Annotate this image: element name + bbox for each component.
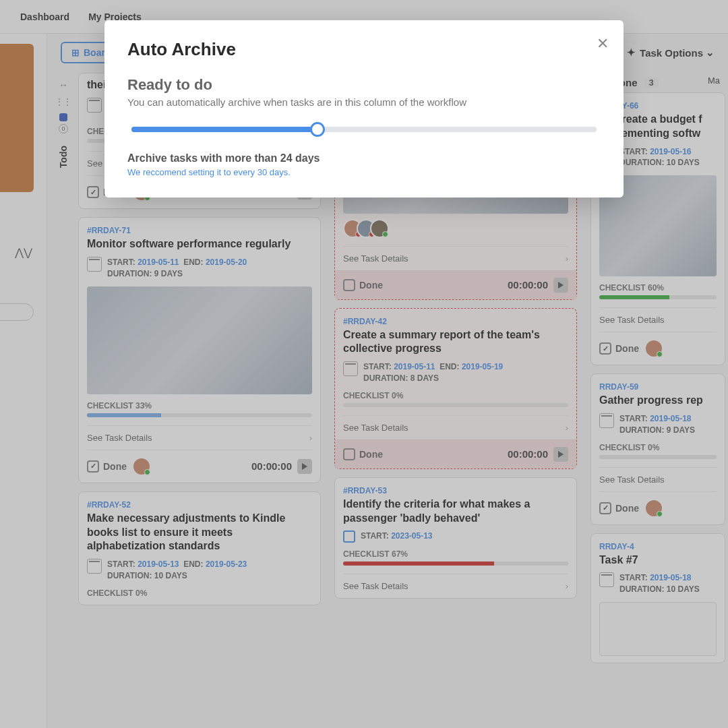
- archive-recommend: We reccomend setting it to every 30 days…: [127, 167, 601, 177]
- archive-summary: Archive tasks with more than 24 days: [127, 152, 601, 164]
- auto-archive-modal: ✕ Auto Archive Ready to do You can autom…: [104, 20, 624, 198]
- slider-fill: [131, 127, 317, 132]
- slider-thumb[interactable]: [310, 122, 325, 137]
- archive-slider[interactable]: [131, 127, 597, 132]
- modal-subtitle: You can automatically archive when tasks…: [127, 96, 601, 108]
- close-icon[interactable]: ✕: [597, 35, 609, 53]
- modal-title: Auto Archive: [127, 39, 601, 60]
- modal-heading: Ready to do: [127, 76, 601, 94]
